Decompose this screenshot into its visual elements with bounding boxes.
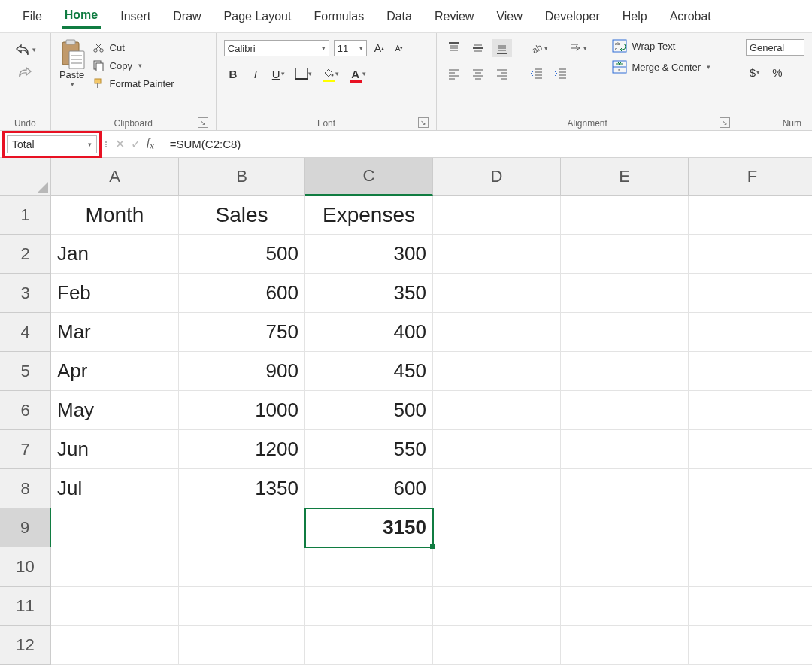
cell[interactable]: 300 xyxy=(305,235,433,274)
row-header[interactable]: 1 xyxy=(0,196,51,235)
cell[interactable] xyxy=(433,196,561,235)
align-center-button[interactable] xyxy=(468,65,488,83)
cell[interactable] xyxy=(433,313,561,352)
cell[interactable]: 550 xyxy=(305,430,433,469)
shrink-font-button[interactable]: A▾ xyxy=(392,39,407,57)
decrease-indent-button[interactable] xyxy=(527,65,547,83)
cell[interactable] xyxy=(433,274,561,313)
align-right-button[interactable] xyxy=(492,65,512,83)
cell[interactable] xyxy=(305,547,433,587)
underline-button[interactable]: U▾ xyxy=(269,65,288,83)
number-format-combo[interactable]: General xyxy=(746,39,804,56)
cell[interactable] xyxy=(689,626,812,665)
paste-dropdown[interactable]: ▾ xyxy=(71,80,74,88)
cell[interactable]: Feb xyxy=(51,274,179,313)
cell[interactable]: Jul xyxy=(51,469,179,508)
cell[interactable]: 1000 xyxy=(179,391,305,430)
cell[interactable]: Mar xyxy=(51,313,179,352)
italic-button[interactable]: I xyxy=(247,65,265,83)
copy-button[interactable]: Copy ▾ xyxy=(92,59,174,72)
align-middle-button[interactable] xyxy=(468,39,488,57)
cell[interactable]: 900 xyxy=(179,352,305,391)
cell[interactable]: Expenses xyxy=(305,196,433,235)
cell[interactable] xyxy=(561,587,689,626)
row-header[interactable]: 6 xyxy=(0,391,51,430)
paste-button[interactable] xyxy=(59,39,86,69)
row-header[interactable]: 4 xyxy=(0,313,51,352)
cell[interactable] xyxy=(305,587,433,626)
enter-formula-button[interactable]: ✓ xyxy=(131,137,141,151)
cell[interactable] xyxy=(179,508,305,547)
cell[interactable] xyxy=(689,547,812,587)
border-button[interactable]: ▾ xyxy=(292,65,315,83)
cell[interactable]: 600 xyxy=(179,274,305,313)
row-header[interactable]: 7 xyxy=(0,430,51,469)
currency-button[interactable]: $▾ xyxy=(746,63,764,81)
align-left-button[interactable] xyxy=(444,65,464,83)
menu-tab-draw[interactable]: Draw xyxy=(170,5,204,28)
menu-tab-file[interactable]: File xyxy=(20,5,45,28)
row-header[interactable]: 8 xyxy=(0,469,51,508)
row-header[interactable]: 11 xyxy=(0,587,51,626)
cell[interactable]: 1350 xyxy=(179,469,305,508)
menu-tab-view[interactable]: View xyxy=(493,5,525,28)
menu-tab-data[interactable]: Data xyxy=(383,5,415,28)
cell[interactable] xyxy=(561,547,689,587)
column-header[interactable]: B xyxy=(179,158,305,196)
row-header[interactable]: 2 xyxy=(0,235,51,274)
cell[interactable] xyxy=(689,391,812,430)
font-name-combo[interactable]: Calibri▾ xyxy=(224,40,329,56)
cell[interactable]: Sales xyxy=(179,196,305,235)
cell[interactable]: 750 xyxy=(179,313,305,352)
font-launcher[interactable]: ↘ xyxy=(418,117,429,128)
cell[interactable] xyxy=(433,235,561,274)
cut-button[interactable]: Cut xyxy=(92,41,174,54)
cell[interactable] xyxy=(433,547,561,587)
percent-button[interactable]: % xyxy=(768,63,786,81)
cell[interactable] xyxy=(51,508,179,547)
increase-indent-button[interactable] xyxy=(551,65,571,83)
alignment-launcher[interactable]: ↘ xyxy=(720,117,730,128)
cell[interactable] xyxy=(179,626,305,665)
column-header[interactable]: C xyxy=(305,158,433,196)
text-direction-button[interactable]: ▾ xyxy=(566,39,590,57)
cell[interactable] xyxy=(433,469,561,508)
cell[interactable] xyxy=(561,469,689,508)
cell[interactable] xyxy=(51,626,179,665)
column-header[interactable]: A xyxy=(51,158,179,196)
cell[interactable]: 3150 xyxy=(305,508,433,547)
cell[interactable]: Month xyxy=(51,196,179,235)
align-top-button[interactable] xyxy=(444,39,464,57)
undo-button[interactable]: ▾ xyxy=(14,41,36,59)
cell[interactable] xyxy=(433,352,561,391)
name-box[interactable]: Total ▾ xyxy=(7,135,97,153)
cell[interactable]: 500 xyxy=(305,391,433,430)
cell[interactable]: 500 xyxy=(179,235,305,274)
cell[interactable] xyxy=(689,352,812,391)
cell[interactable] xyxy=(433,626,561,665)
fx-button[interactable]: fx xyxy=(147,136,154,152)
cell[interactable] xyxy=(433,430,561,469)
cell[interactable]: Jan xyxy=(51,235,179,274)
cell[interactable] xyxy=(561,235,689,274)
menu-tab-help[interactable]: Help xyxy=(620,5,650,28)
formula-input[interactable]: =SUM(C2:C8) xyxy=(162,131,812,157)
align-bottom-button[interactable] xyxy=(492,39,512,57)
redo-button[interactable] xyxy=(14,63,36,81)
cell[interactable]: 1200 xyxy=(179,430,305,469)
cell[interactable] xyxy=(561,196,689,235)
cell[interactable]: 350 xyxy=(305,274,433,313)
cell[interactable] xyxy=(561,274,689,313)
cell[interactable]: Apr xyxy=(51,352,179,391)
cell[interactable] xyxy=(51,587,179,626)
row-header[interactable]: 9 xyxy=(0,508,51,547)
cell[interactable] xyxy=(689,430,812,469)
menu-tab-developer[interactable]: Developer xyxy=(542,5,603,28)
merge-center-button[interactable]: a Merge & Center ▾ xyxy=(612,60,710,74)
paste-label[interactable]: Paste xyxy=(59,69,84,80)
menu-tab-insert[interactable]: Insert xyxy=(117,5,153,28)
menu-tab-formulas[interactable]: Formulas xyxy=(311,5,367,28)
chevron-down-icon[interactable]: ▾ xyxy=(88,141,92,148)
bold-button[interactable]: B xyxy=(224,65,242,83)
font-color-button[interactable]: A▾ xyxy=(347,65,369,83)
